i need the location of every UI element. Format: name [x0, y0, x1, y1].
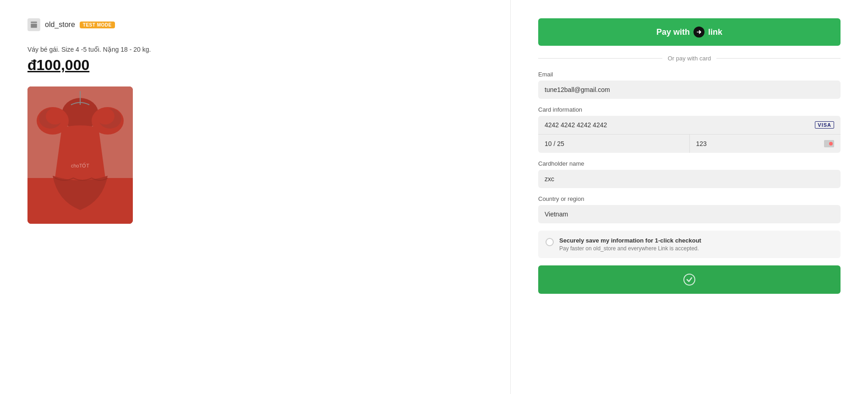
- dress-svg: [27, 86, 133, 224]
- link-arrow-icon: [696, 29, 702, 35]
- left-panel: old_store TEST MODE Váy bé gái. Size 4 -…: [0, 0, 511, 394]
- svg-rect-0: [31, 22, 37, 23]
- svg-point-7: [46, 108, 64, 124]
- cvv-card-shape: [824, 140, 834, 147]
- divider-row: Or pay with card: [538, 55, 841, 62]
- email-group: Email: [538, 71, 841, 99]
- product-image-placeholder: choTỐT: [27, 86, 133, 224]
- save-info-text: Securely save my information for 1-click…: [559, 237, 701, 252]
- store-icon: [27, 18, 40, 31]
- card-number-row: VISA: [538, 116, 841, 135]
- cardholder-label: Cardholder name: [538, 160, 841, 167]
- link-label: link: [708, 27, 722, 37]
- pay-with-label: Pay with: [656, 27, 690, 37]
- link-icon: [693, 27, 704, 38]
- card-expiry-input[interactable]: [538, 135, 690, 153]
- store-header: old_store TEST MODE: [27, 18, 483, 31]
- email-input[interactable]: [538, 81, 841, 99]
- product-description: Váy bé gái. Size 4 -5 tuổi. Nặng 18 - 20…: [27, 46, 483, 53]
- store-name: old_store: [45, 21, 75, 29]
- save-info-title: Securely save my information for 1-click…: [559, 237, 701, 244]
- save-checkbox[interactable]: [546, 238, 554, 246]
- pay-button-check-icon: [683, 274, 695, 286]
- card-number-input[interactable]: [545, 121, 815, 129]
- page-container: old_store TEST MODE Váy bé gái. Size 4 -…: [0, 0, 868, 394]
- test-mode-badge: TEST MODE: [80, 22, 115, 28]
- card-cvv-row: [690, 135, 841, 153]
- card-cvv-input[interactable]: [696, 140, 824, 147]
- watermark: choTỐT: [71, 163, 89, 169]
- svg-point-10: [96, 108, 115, 124]
- divider-text: Or pay with card: [668, 55, 711, 62]
- visa-badge: VISA: [815, 121, 834, 129]
- checkmark-icon: [686, 276, 693, 283]
- card-info-label: Card information: [538, 106, 841, 113]
- pay-with-link-button[interactable]: Pay with link: [538, 18, 841, 46]
- divider-right: [716, 58, 841, 59]
- product-image: choTỐT: [27, 86, 133, 224]
- save-info-box[interactable]: Securely save my information for 1-click…: [538, 231, 841, 258]
- cardholder-group: Cardholder name: [538, 160, 841, 188]
- store-symbol-icon: [30, 21, 38, 29]
- right-panel: Pay with link Or pay with card Email Car…: [511, 0, 868, 394]
- save-info-sub: Pay faster on old_store and everywhere L…: [559, 245, 701, 252]
- card-info-group: Card information VISA: [538, 106, 841, 153]
- product-price: đ100,000: [27, 57, 483, 74]
- cvv-icon: [824, 140, 834, 147]
- card-expiry-cvv-row: [538, 135, 841, 153]
- country-label: Country or region: [538, 195, 841, 202]
- divider-left: [538, 58, 662, 59]
- country-group: Country or region: [538, 195, 841, 223]
- cardholder-input[interactable]: [538, 170, 841, 188]
- country-input[interactable]: [538, 205, 841, 223]
- svg-rect-1: [31, 24, 37, 28]
- email-label: Email: [538, 71, 841, 78]
- cvv-card-chip: [829, 142, 833, 146]
- pay-button[interactable]: [538, 265, 841, 294]
